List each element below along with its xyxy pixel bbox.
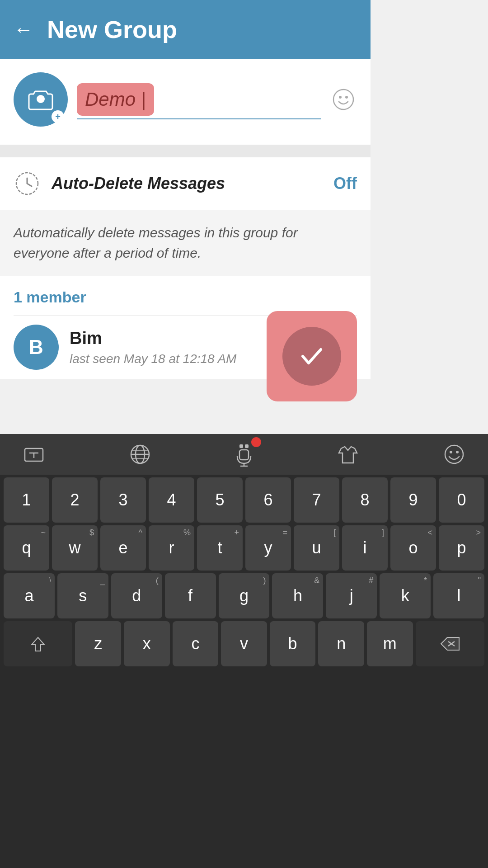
name-input-wrapper: Demo |: [77, 83, 321, 116]
key-g[interactable]: )g: [219, 573, 270, 618]
keyboard-number-row: 1 2 3 4 5 6 7 8 9 0: [4, 477, 371, 523]
text-input-icon[interactable]: [18, 439, 50, 470]
table-row[interactable]: B Bim last seen May 18 at 12:18 AM: [14, 315, 357, 379]
members-section: 1 member B Bim last seen May 18 at 12:18…: [0, 276, 371, 379]
key-n[interactable]: n: [318, 621, 364, 666]
key-2[interactable]: 2: [52, 477, 98, 523]
key-z[interactable]: z: [75, 621, 121, 666]
key-q[interactable]: ~q: [4, 525, 49, 571]
key-x[interactable]: x: [124, 621, 170, 666]
key-4[interactable]: 4: [149, 477, 194, 523]
key-1[interactable]: 1: [4, 477, 49, 523]
members-count: 1 member: [14, 288, 357, 306]
confirm-fab-background[interactable]: [267, 311, 357, 401]
key-7[interactable]: 7: [294, 477, 339, 523]
name-input-underline: [77, 118, 321, 119]
key-i[interactable]: ]i: [342, 525, 371, 571]
svg-point-1: [339, 96, 342, 99]
group-name-section: + Demo |: [0, 59, 371, 145]
svg-point-0: [333, 90, 353, 109]
key-r[interactable]: %r: [149, 525, 194, 571]
avatar: B: [14, 325, 59, 370]
back-button[interactable]: ←: [14, 18, 33, 41]
key-j[interactable]: #j: [326, 573, 371, 618]
key-v[interactable]: v: [221, 621, 267, 666]
record-dot: [251, 437, 261, 447]
language-icon[interactable]: [124, 439, 156, 470]
auto-delete-icon: [14, 170, 41, 197]
member-info: Bim last seen May 18 at 12:18 AM: [70, 329, 236, 366]
member-last-seen: last seen May 18 at 12:18 AM: [70, 352, 236, 366]
camera-button[interactable]: +: [14, 72, 68, 127]
auto-delete-value: Off: [333, 174, 357, 193]
key-m[interactable]: m: [367, 621, 371, 666]
keyboard-z-row: z x c v b n m: [4, 621, 371, 666]
key-t[interactable]: +t: [197, 525, 243, 571]
key-a[interactable]: \a: [4, 573, 55, 618]
key-8[interactable]: 8: [342, 477, 371, 523]
keyboard-a-row: \a _s (d f )g &h #j *k "l: [4, 573, 371, 618]
key-s[interactable]: _s: [57, 573, 108, 618]
key-y[interactable]: =y: [245, 525, 291, 571]
group-name-input[interactable]: Demo |: [85, 89, 146, 110]
shift-key[interactable]: [4, 621, 72, 666]
key-c[interactable]: c: [173, 621, 219, 666]
svg-rect-13: [245, 444, 249, 448]
confirm-fab[interactable]: [282, 327, 341, 386]
key-d[interactable]: (d: [111, 573, 162, 618]
svg-point-2: [345, 96, 348, 99]
key-6[interactable]: 6: [245, 477, 291, 523]
auto-delete-label: Auto-Delete Messages: [52, 174, 323, 193]
clothing-icon[interactable]: [332, 439, 364, 470]
key-b[interactable]: b: [270, 621, 316, 666]
key-h[interactable]: &h: [272, 573, 323, 618]
page-title: New Group: [47, 15, 177, 43]
key-e[interactable]: ^e: [100, 525, 146, 571]
plus-badge: +: [52, 110, 64, 123]
svg-rect-14: [239, 450, 249, 460]
key-w[interactable]: $w: [52, 525, 98, 571]
keyboard-q-row: ~q $w ^e %r +t =y [u ]i <o >p: [4, 525, 371, 571]
name-input-highlight[interactable]: Demo |: [77, 83, 154, 116]
keyboard: 1 2 3 4 5 6 7 8 9 0 ~q $w ^e %r +t =y [u…: [0, 434, 371, 868]
keyboard-toolbar: [0, 434, 371, 475]
header: ← New Group: [0, 0, 371, 59]
member-name: Bim: [70, 329, 236, 348]
auto-delete-description: Automatically delete messages in this gr…: [0, 210, 371, 276]
svg-rect-12: [239, 444, 243, 448]
key-5[interactable]: 5: [197, 477, 243, 523]
auto-delete-desc-text: Automatically delete messages in this gr…: [14, 225, 298, 260]
key-3[interactable]: 3: [100, 477, 146, 523]
keyboard-rows: 1 2 3 4 5 6 7 8 9 0 ~q $w ^e %r +t =y [u…: [0, 475, 371, 669]
auto-delete-row[interactable]: Auto-Delete Messages Off: [0, 157, 371, 210]
key-u[interactable]: [u: [294, 525, 339, 571]
emoji-button[interactable]: [330, 86, 357, 113]
voice-input-button[interactable]: [230, 441, 258, 468]
key-f[interactable]: f: [165, 573, 216, 618]
section-divider: [0, 145, 371, 157]
